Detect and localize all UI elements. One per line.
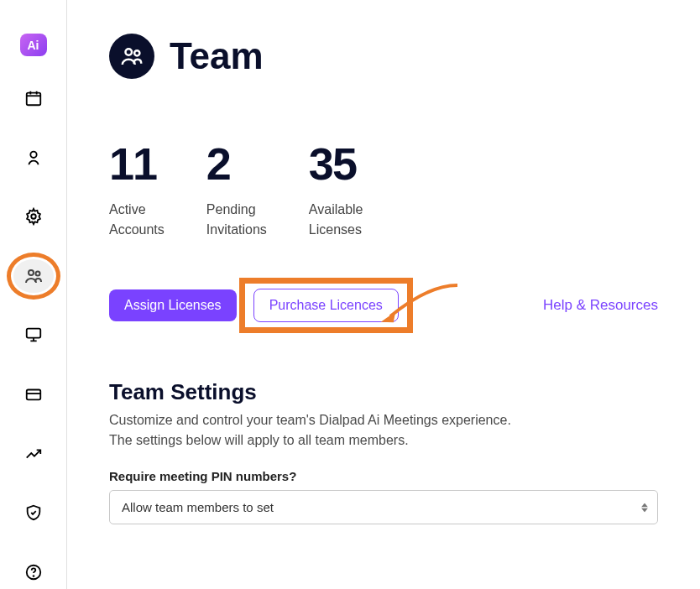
stat-value: 11 (109, 138, 165, 190)
svg-point-2 (31, 215, 36, 220)
stat-pending-invitations: 2 Pending Invitations (206, 138, 267, 240)
purchase-licences-button[interactable]: Purchase Licences (253, 289, 399, 322)
help-resources-link[interactable]: Help & Resources (543, 297, 658, 314)
settings-title: Team Settings (109, 379, 658, 405)
svg-rect-5 (26, 329, 40, 338)
help-icon (24, 563, 43, 581)
assign-licenses-button[interactable]: Assign Licenses (109, 289, 237, 321)
nav-profile[interactable] (13, 141, 54, 175)
svg-point-3 (29, 270, 34, 275)
svg-point-8 (33, 576, 34, 576)
stat-label: Available Licenses (309, 200, 363, 240)
logo-text: Ai (28, 39, 39, 52)
main-content: Team 11 Active Accounts 2 Pending Invita… (67, 0, 700, 589)
stat-label: Pending Invitations (206, 200, 267, 240)
pin-select[interactable]: Allow team members to set (109, 490, 658, 524)
nav-security[interactable] (13, 496, 54, 530)
nav-calendar[interactable] (13, 81, 54, 116)
annotation-highlight: Purchase Licences (239, 278, 413, 333)
nav-analytics[interactable] (13, 436, 54, 471)
actions-row: Assign Licenses Purchase Licences Help &… (109, 278, 658, 333)
stat-available-licenses: 35 Available Licenses (309, 138, 363, 240)
nav-team[interactable] (13, 259, 54, 294)
nav-billing[interactable] (13, 378, 54, 412)
team-icon (24, 266, 44, 286)
svg-rect-0 (26, 93, 40, 106)
stat-value: 2 (206, 138, 267, 190)
app-logo[interactable]: Ai (20, 34, 47, 56)
team-icon (119, 44, 144, 69)
credit-card-icon (24, 385, 43, 404)
page-header: Team (109, 34, 658, 79)
svg-point-4 (35, 271, 39, 275)
svg-point-1 (30, 152, 36, 158)
nav-settings[interactable] (13, 200, 54, 234)
calendar-icon (24, 89, 43, 107)
stat-label: Active Accounts (109, 200, 165, 240)
svg-point-9 (126, 49, 133, 55)
nav-help[interactable] (13, 555, 54, 589)
monitor-icon (24, 326, 43, 344)
pin-setting-label: Require meeting PIN numbers? (109, 469, 658, 483)
stat-active-accounts: 11 Active Accounts (109, 138, 165, 240)
svg-point-10 (134, 50, 139, 55)
sidebar: Ai (0, 0, 67, 589)
header-team-icon (109, 34, 154, 79)
page-title: Team (170, 35, 264, 77)
stats-row: 11 Active Accounts 2 Pending Invitations… (109, 138, 658, 240)
stat-value: 35 (309, 138, 363, 190)
settings-description: Customize and control your team's Dialpa… (109, 410, 658, 451)
nav-desktop[interactable] (13, 318, 54, 352)
pin-select-wrapper: Allow team members to set (109, 490, 658, 524)
person-icon (24, 149, 43, 167)
svg-rect-6 (26, 390, 40, 400)
trend-icon (24, 445, 43, 463)
gear-icon (24, 207, 43, 226)
shield-check-icon (24, 503, 43, 522)
